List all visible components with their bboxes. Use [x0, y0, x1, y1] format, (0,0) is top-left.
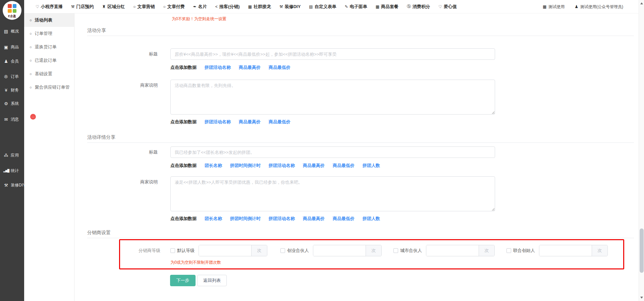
nav-item-consume-points[interactable]: Ⓢ 消费积分: [407, 4, 430, 10]
vertical-scrollbar[interactable]: [639, 0, 644, 301]
nav-label: 区域分红: [107, 4, 125, 10]
add-data-caption: 点击添加数据: [170, 64, 197, 71]
apps-cluster-icon: ⁂: [3, 153, 9, 158]
nav-item-love-value[interactable]: ♡ 爱心值: [438, 4, 457, 10]
user-name-label: 测试使用(公众号管理员): [580, 4, 623, 10]
sidebar-item-overview[interactable]: ▤ 概况: [0, 25, 24, 38]
scroll-up-arrow-icon[interactable]: [640, 2, 643, 4]
insert-link-activity-name[interactable]: 拼团活动名称: [269, 163, 295, 169]
insert-link-activity-name[interactable]: 拼团活动名称: [205, 64, 231, 71]
insert-link-countdown[interactable]: 拼团时间倒计时: [230, 163, 261, 169]
sidebar-item-finance[interactable]: ¥ 财务: [0, 83, 24, 97]
default-level-checkbox[interactable]: [170, 248, 175, 253]
test-use-menu[interactable]: ▦ 测试使用: [543, 4, 565, 10]
sidebar-item-decorate-diy[interactable]: ⚒ 装修DIY: [0, 178, 24, 192]
nav-item-article-marketing[interactable]: ○ 文章营销: [133, 4, 155, 10]
nav-item-mini-program-live[interactable]: ♡ 小程序直播: [36, 4, 63, 10]
insert-link-group-size[interactable]: 拼团人数: [363, 163, 380, 169]
nav-item-store-booking[interactable]: ⚒ 门店预约: [71, 4, 94, 10]
brand-name: E企盈: [3, 14, 21, 18]
insert-link-max-price[interactable]: 商品最高价: [239, 119, 261, 125]
current-user-menu[interactable]: ♟ 测试使用(公众号管理员): [575, 4, 623, 10]
submenu-item-return-exchange-orders[interactable]: ○ 退换货订单: [24, 40, 74, 54]
add-data-row: 点击添加数据 拼团活动名称 商品最高价 商品最低价: [170, 119, 290, 125]
nav-item-article-paid[interactable]: ○ 文章付费: [163, 4, 185, 10]
submenu-label: 聚合供应链订单管: [35, 84, 70, 90]
co-founder-times-input[interactable]: [539, 245, 592, 256]
startup-partner-checkbox[interactable]: [280, 248, 285, 253]
nav-item-e-waybill[interactable]: ✎ 电子面单: [345, 4, 367, 10]
insert-link-min-price[interactable]: 商品最低价: [333, 163, 355, 169]
submenu-item-supply-chain-orders[interactable]: ○ 聚合供应链订单管: [24, 81, 74, 94]
nav-item-region-bonus[interactable]: ♜ 区域分红: [102, 4, 125, 10]
submenu-item-activity-list[interactable]: ○ 活动列表: [24, 13, 74, 27]
detail-desc-textarea[interactable]: [170, 176, 495, 211]
sidebar-item-orders[interactable]: ✇ 订单: [0, 70, 24, 83]
sidebar-item-members[interactable]: ♟ 会员: [0, 54, 24, 68]
nav-item-business-card[interactable]: ✒ 名片: [193, 4, 207, 10]
nav-item-group-solitaire[interactable]: ▦ 社群接龙: [248, 4, 271, 10]
insert-link-activity-name[interactable]: 拼团活动名称: [205, 119, 231, 125]
detail-desc-label: 商家说明: [74, 176, 158, 188]
insert-link-min-price[interactable]: 商品最低价: [269, 64, 290, 71]
back-to-list-button[interactable]: 返回列表: [197, 275, 227, 286]
insert-link-min-price[interactable]: 商品最低价: [269, 119, 290, 125]
user-icon: ♟: [575, 4, 578, 9]
insert-link-leader-name[interactable]: 团长名称: [205, 163, 222, 169]
startup-partner-times-input[interactable]: [313, 245, 366, 256]
insert-link-leader-name[interactable]: 团长名称: [205, 216, 222, 222]
share-title-input[interactable]: [170, 48, 495, 60]
nav-label: 消费积分: [413, 4, 430, 10]
nav-item-product-package[interactable]: ▦ 商品套餐: [376, 4, 398, 10]
insert-link-min-price[interactable]: 商品最低价: [333, 216, 355, 222]
distributor-level-label: 分销商等级: [139, 245, 169, 256]
share-desc-textarea[interactable]: [170, 80, 495, 115]
submenu-item-refunded-orders[interactable]: ○ 已退款订单: [24, 54, 74, 67]
co-founder-checkbox[interactable]: [506, 248, 511, 253]
level-label: 联合创始人: [513, 248, 535, 254]
sidebar-item-apps[interactable]: ⁂ 应用: [0, 148, 24, 162]
yuan-icon: ¥: [3, 88, 9, 93]
nav-label: 自定义表单: [315, 4, 336, 10]
nav-label: 电子面单: [350, 4, 367, 10]
detail-title-input[interactable]: [170, 146, 495, 158]
nav-item-custom-form[interactable]: ▤ 自定义表单: [309, 4, 336, 10]
sidebar-item-goods[interactable]: ▣ 商品: [0, 40, 24, 54]
submenu-item-basic-settings[interactable]: ○ 基础设置: [24, 67, 74, 81]
next-step-button[interactable]: 下一步: [170, 275, 196, 286]
brand-logo[interactable]: E企盈: [3, 1, 21, 20]
add-data-caption: 点击添加数据: [170, 119, 197, 125]
city-partner-checkbox[interactable]: [393, 248, 398, 253]
submenu-item-order-management[interactable]: ○ 订单管理: [24, 27, 74, 40]
insert-link-max-price[interactable]: 商品最高价: [303, 216, 325, 222]
scroll-down-arrow-icon[interactable]: [640, 297, 643, 299]
insert-link-max-price[interactable]: 商品最高价: [303, 163, 325, 169]
unit-times-addon: 次: [251, 245, 267, 256]
sidebar-item-system[interactable]: ⚙ 系统: [0, 97, 24, 110]
city-partner-times-input[interactable]: [426, 245, 479, 256]
submenu-label: 活动列表: [35, 17, 52, 23]
scrollbar-thumb[interactable]: [640, 228, 644, 273]
nav-item-decorate-diy[interactable]: ⚒ 装修DIY: [279, 4, 301, 10]
cart-icon: ✇: [3, 74, 9, 79]
radio-circle-icon: ○: [30, 18, 32, 22]
sidebar-item-label: 商品: [11, 44, 19, 50]
insert-link-max-price[interactable]: 商品最高价: [239, 64, 261, 71]
add-data-row: 点击添加数据 团长名称 拼团时间倒计时 拼团活动名称 商品最高价 商品最低价 拼…: [170, 216, 380, 222]
sidebar-item-label: 订单: [11, 74, 19, 80]
left-rail: E企盈 ▤ 概况 ▣ 商品 ♟ 会员 ✇ 订单 ¥ 财务 ⚙ 系统 ✉ 消息 ……: [0, 0, 24, 301]
sidebar-item-label: 消息: [11, 117, 19, 122]
nav-label: 门店预约: [76, 4, 94, 10]
section-title-activity-detail-share: 活动详情分享: [87, 134, 115, 140]
reward-hint-text: 为0不奖励！为空则走统一设置: [172, 16, 226, 22]
default-level-times-input[interactable]: [199, 245, 251, 256]
insert-link-group-size[interactable]: 拼团人数: [363, 216, 380, 222]
sidebar-item-messages[interactable]: ✉ 消息 …: [0, 113, 24, 126]
nav-item-promoter-distribution[interactable]: < 推客(分销): [215, 4, 240, 10]
sidebar-item-statistics[interactable]: ▂▅█ 统计: [0, 164, 24, 177]
share-icon: <: [215, 4, 218, 9]
insert-link-activity-name[interactable]: 拼团活动名称: [269, 216, 295, 222]
insert-link-countdown[interactable]: 拼团时间倒计时: [230, 216, 261, 222]
level-label: 城市合伙人: [400, 248, 422, 254]
unit-times-addon: 次: [366, 245, 381, 256]
